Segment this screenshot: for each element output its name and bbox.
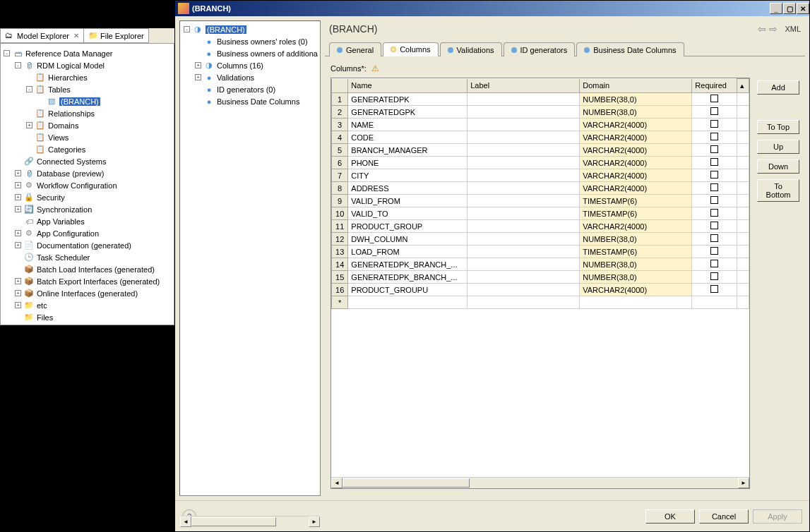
cell-label[interactable] <box>467 207 580 220</box>
table-row[interactable]: 14GENERATEDPK_BRANCH_...NUMBER(38,0) <box>332 258 749 271</box>
tree-toggle[interactable]: + <box>195 62 201 68</box>
checkbox[interactable] <box>710 247 718 255</box>
outline-item[interactable]: ●Business owners of additiona <box>182 47 318 59</box>
ok-button[interactable]: OK <box>645 509 695 524</box>
cell-name[interactable]: CODE <box>348 131 467 144</box>
table-row[interactable]: 12DWH_COLUMNNUMBER(38,0) <box>332 233 749 246</box>
checkbox[interactable] <box>710 234 718 242</box>
tree-toggle[interactable]: + <box>15 302 21 308</box>
cell-name[interactable]: ADDRESS <box>348 182 467 195</box>
cell-label[interactable] <box>467 258 580 271</box>
tab-general[interactable]: General <box>329 42 381 56</box>
tree-item[interactable]: +📋Domains <box>2 119 172 131</box>
cell-required[interactable] <box>692 106 737 119</box>
tree-toggle[interactable]: + <box>15 182 21 188</box>
tree-item[interactable]: 📋Categories <box>2 143 172 155</box>
close-button[interactable]: ✕ <box>797 3 809 14</box>
table-row[interactable]: 13LOAD_FROMTIMESTAMP(6) <box>332 246 749 258</box>
cell-label[interactable] <box>467 271 580 284</box>
cell-domain[interactable]: VARCHAR2(4000) <box>580 157 692 169</box>
tab-business-date-columns[interactable]: Business Date Columns <box>576 42 684 56</box>
cell-required[interactable] <box>692 144 737 157</box>
cell-required[interactable] <box>692 284 737 296</box>
cell-label[interactable] <box>467 131 580 144</box>
tree-toggle[interactable]: - <box>26 86 32 92</box>
add-button[interactable]: Add <box>757 80 799 95</box>
cell-domain[interactable] <box>580 296 692 309</box>
column-header[interactable]: Name <box>348 79 467 93</box>
tree-item[interactable]: -🛢RDM Logical Model <box>2 59 172 71</box>
cell-label[interactable] <box>467 233 580 246</box>
tree-toggle[interactable]: - <box>15 62 21 68</box>
tree-toggle[interactable]: + <box>15 242 21 248</box>
back-icon[interactable]: ⇦ <box>758 23 766 35</box>
tree-item[interactable]: +📁etc <box>2 299 172 311</box>
cell-domain[interactable]: VARCHAR2(4000) <box>580 182 692 195</box>
cell-name[interactable]: PRODUCT_GROUPU <box>348 284 467 296</box>
tab-columns[interactable]: Columns <box>383 42 438 56</box>
checkbox[interactable] <box>710 285 718 293</box>
cell-label[interactable] <box>467 106 580 119</box>
up-button[interactable]: Up <box>757 140 799 154</box>
cell-label[interactable] <box>467 220 580 233</box>
checkbox[interactable] <box>710 171 718 179</box>
scroll-left-button[interactable]: ◄ <box>331 478 343 488</box>
cell-domain[interactable]: VARCHAR2(4000) <box>580 131 692 144</box>
table-row[interactable]: 9VALID_FROMTIMESTAMP(6) <box>332 195 749 207</box>
cell-name[interactable]: BRANCH_MANAGER <box>348 144 467 157</box>
cell-label[interactable] <box>467 93 580 106</box>
table-row[interactable]: 7CITYVARCHAR2(4000) <box>332 169 749 182</box>
scroll-thumb[interactable] <box>343 478 470 488</box>
down-button[interactable]: Down <box>757 159 799 174</box>
checkbox[interactable] <box>710 183 718 191</box>
titlebar[interactable]: (BRANCH) _ ▢ ✕ <box>175 1 809 16</box>
cell-label[interactable] <box>467 157 580 169</box>
tree-item[interactable]: +📦Batch Export Interfaces (generated) <box>2 275 172 287</box>
table-row[interactable]: 2GENERATEDGPKNUMBER(38,0) <box>332 106 749 119</box>
cell-domain[interactable]: NUMBER(38,0) <box>580 106 692 119</box>
cell-name[interactable]: GENERATEDPK <box>348 93 467 106</box>
table-row[interactable]: 8ADDRESSVARCHAR2(4000) <box>332 182 749 195</box>
cell-name[interactable]: PRODUCT_GROUP <box>348 220 467 233</box>
table-row[interactable]: 5BRANCH_MANAGERVARCHAR2(4000) <box>332 144 749 157</box>
tree-item[interactable]: 🕒Task Scheduler <box>2 251 172 263</box>
tree-item[interactable]: +🔒Security <box>2 191 172 203</box>
checkbox[interactable] <box>710 120 718 128</box>
cell-domain[interactable]: VARCHAR2(4000) <box>580 169 692 182</box>
cell-label[interactable] <box>467 246 580 258</box>
tree-toggle[interactable]: + <box>15 230 21 236</box>
tree-toggle[interactable]: + <box>26 122 32 128</box>
cell-label[interactable] <box>467 144 580 157</box>
tree-item[interactable]: 📁Files <box>2 311 172 323</box>
table-row[interactable]: 10VALID_TOTIMESTAMP(6) <box>332 207 749 220</box>
tree-item[interactable]: 📋Views <box>2 131 172 143</box>
cell-label[interactable] <box>467 195 580 207</box>
cell-required[interactable] <box>692 119 737 131</box>
tab-file-explorer[interactable]: 📁File Explorer <box>83 28 149 43</box>
outline-item[interactable]: +●Validations <box>182 71 318 83</box>
cell-required[interactable] <box>692 169 737 182</box>
cell-required[interactable] <box>692 207 737 220</box>
tree-item[interactable]: 🏷App Variables <box>2 215 172 227</box>
table-row[interactable]: 3NAMEVARCHAR2(4000) <box>332 119 749 131</box>
totop-button[interactable]: To Top <box>757 120 799 134</box>
outline-item[interactable]: -◑(BRANCH) <box>182 23 318 35</box>
cell-domain[interactable]: NUMBER(38,0) <box>580 258 692 271</box>
columns-grid[interactable]: NameLabelDomainRequired▴1GENERATEDPKNUMB… <box>330 78 750 489</box>
cell-name[interactable]: PHONE <box>348 157 467 169</box>
cell-name[interactable] <box>348 296 467 309</box>
cell-domain[interactable]: VARCHAR2(4000) <box>580 119 692 131</box>
tab-model-explorer[interactable]: 🗂Model Explorer✕ <box>0 28 84 43</box>
cell-name[interactable]: GENERATEDGPK <box>348 106 467 119</box>
cell-required[interactable] <box>692 131 737 144</box>
tree-toggle[interactable]: + <box>15 278 21 284</box>
cell-name[interactable]: NAME <box>348 119 467 131</box>
tree-toggle[interactable]: + <box>15 170 21 176</box>
tobottom-button[interactable]: To Bottom <box>757 179 799 202</box>
tree-item[interactable]: 📦Batch Load Interfaces (generated) <box>2 263 172 275</box>
tree-item[interactable]: +🛢Database (preview) <box>2 167 172 179</box>
cell-name[interactable]: GENERATEDPK_BRANCH_... <box>348 271 467 284</box>
table-row[interactable]: 1GENERATEDPKNUMBER(38,0) <box>332 93 749 106</box>
tab-id-generators[interactable]: ID generators <box>504 42 576 56</box>
tree-item[interactable]: 🔗Connected Systems <box>2 155 172 167</box>
